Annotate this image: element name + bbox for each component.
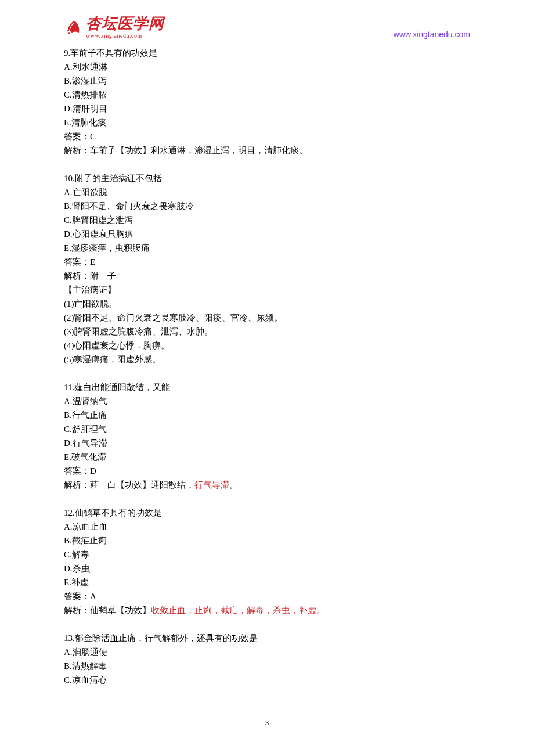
q12-option-d: D.杀虫 [64, 561, 470, 575]
q10-stem: 10.附子的主治病证不包括 [64, 171, 470, 185]
q10-item-2: (2)肾阳不足、命门火衰之畏寒肢冷、阳痿、宫冷、尿频。 [64, 311, 470, 325]
q12-option-a: A.凉血止血 [64, 520, 470, 534]
q9-option-d: D.清肝明目 [64, 102, 470, 116]
q9-option-e: E.清肺化痰 [64, 116, 470, 129]
q11-option-b: B.行气止痛 [64, 408, 470, 422]
q12-option-e: E.补虚 [64, 575, 470, 589]
q10-item-5: (5)寒湿痹痛，阳虚外感。 [64, 352, 470, 366]
q11-explain-c: 。 [229, 480, 238, 489]
q12-option-c: C.解毒 [64, 548, 470, 561]
page-number: 3 [0, 717, 534, 729]
q11-explain-a: 解析：薤 白【功效】通阳散结， [64, 480, 194, 489]
q10-item-3: (3)脾肾阳虚之脘腹冷痛、泄泻、水肿。 [64, 325, 470, 339]
q10-answer: 答案：E [64, 255, 470, 269]
page-header: 杏坛医学网 www.xingtanedu.com www.xingtanedu.… [64, 0, 470, 42]
q11-stem: 11.薤白出能通阳散结，又能 [64, 380, 470, 394]
q10-option-e: E.湿疹瘙痒，虫积腹痛 [64, 241, 470, 255]
q13-stem: 13.郁金除活血止痛，行气解郁外，还具有的功效是 [64, 631, 470, 645]
q12-stem: 12.仙鹤草不具有的功效是 [64, 506, 470, 520]
q10-option-d: D.心阳虚衰只胸痹 [64, 227, 470, 241]
q13-option-c: C.凉血清心 [64, 673, 470, 687]
q9-option-b: B.渗湿止泻 [64, 74, 470, 88]
q11-option-e: E.破气化滞 [64, 450, 470, 464]
logo-text: 杏坛医学网 www.xingtanedu.com [86, 16, 164, 41]
q9-option-a: A.利水通淋 [64, 60, 470, 74]
document-body: 9.车前子不具有的功效是 A.利水通淋 B.渗湿止泻 C.清热排脓 D.清肝明目… [0, 42, 534, 687]
q13-option-b: B.清热解毒 [64, 659, 470, 673]
logo: 杏坛医学网 www.xingtanedu.com [64, 16, 164, 41]
q10-option-a: A.亡阳欲脱 [64, 185, 470, 199]
q11-option-d: D.行气导滞 [64, 436, 470, 450]
logo-mark-icon [64, 19, 84, 38]
q10-explain-1: 解析：附 子 [64, 269, 470, 283]
q10-option-b: B.肾阳不足、命门火衰之畏寒肢冷 [64, 199, 470, 213]
q10-item-4: (4)心阳虚衰之心悸．胸痹。 [64, 339, 470, 352]
q9-answer: 答案：C [64, 129, 470, 143]
q9-option-c: C.清热排脓 [64, 88, 470, 102]
q12-explain-b: 收敛止血，止痢，截疟，解毒，杀虫，补虚。 [151, 606, 325, 615]
q10-option-c: C.脾肾阳虚之泄泻 [64, 213, 470, 227]
q12-explain-a: 解析：仙鹤草【功效】 [64, 606, 151, 615]
q11-explain: 解析：薤 白【功效】通阳散结，行气导滞。 [64, 478, 470, 492]
q11-answer: 答案：D [64, 464, 470, 478]
q9-explain: 解析：车前子【功效】利水通淋，渗湿止泻，明目，清肺化痰。 [64, 143, 470, 157]
q11-option-c: C.舒肝理气 [64, 422, 470, 436]
q12-option-b: B.截疟止痢 [64, 534, 470, 548]
q10-item-1: (1)亡阳欲脱。 [64, 297, 470, 311]
q9-stem: 9.车前子不具有的功效是 [64, 46, 470, 60]
q11-explain-b: 行气导滞 [194, 480, 229, 489]
q12-explain: 解析：仙鹤草【功效】收敛止血，止痢，截疟，解毒，杀虫，补虚。 [64, 603, 470, 617]
logo-title: 杏坛医学网 [86, 16, 164, 31]
q11-option-a: A.温肾纳气 [64, 394, 470, 408]
q10-explain-2: 【主治病证】 [64, 283, 470, 297]
q13-option-a: A.润肠通便 [64, 645, 470, 659]
header-link[interactable]: www.xingtanedu.com [394, 28, 470, 41]
logo-url: www.xingtanedu.com [86, 31, 164, 41]
q12-answer: 答案：A [64, 589, 470, 603]
